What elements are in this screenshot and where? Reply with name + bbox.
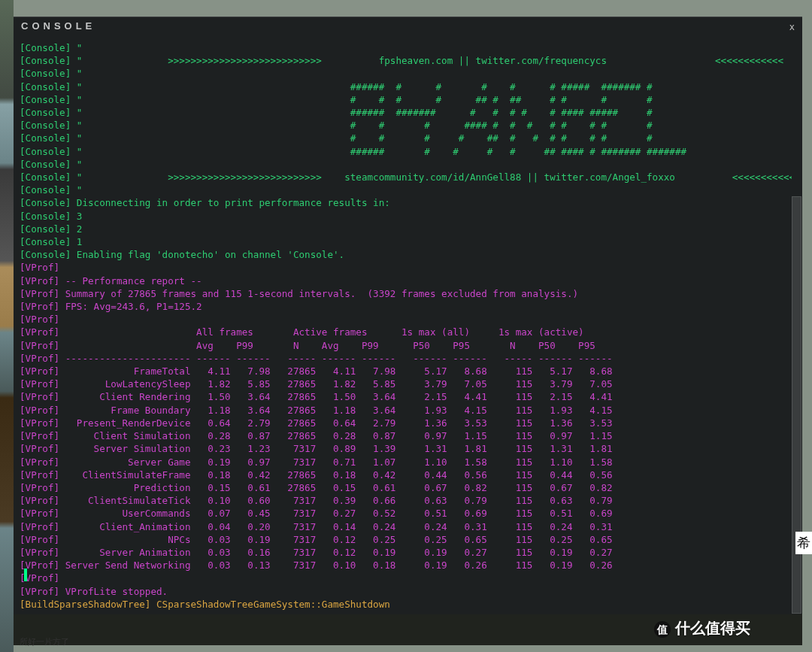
console-line: [VProf] LowLatencySleep 1.82 5.85 27865 …	[20, 378, 802, 390]
console-line: [VProf]	[20, 313, 802, 326]
console-line: [VProf] Server Send Networking 0.03 0.13…	[20, 559, 802, 572]
console-line: [Console] " # # # # ## # # # # # # # "	[20, 132, 802, 144]
console-line: [Console] " "	[20, 158, 802, 171]
console-line: [Console] Enabling flag 'donotecho' on c…	[20, 248, 802, 261]
console-line: [VProf] NPCs 0.03 0.19 7317 0.12 0.25 0.…	[20, 533, 802, 546]
console-line: [Console] " ###### ####### # # # # # ###…	[20, 106, 802, 119]
console-line: [BuildSparseShadowTree] CSparseShadowTre…	[20, 598, 802, 611]
scrollbar-track[interactable]	[792, 38, 801, 613]
console-window: CONSOLE x [Console] " "[Console] "	[14, 17, 802, 614]
console-line: [Console] " >>>>>>>>>>>>>>>>>>>>>>>>>>> …	[20, 171, 802, 183]
console-line: [VProf] Server Game 0.19 0.97 7317 0.71 …	[20, 456, 802, 469]
ime-candidate[interactable]: 希	[795, 532, 812, 554]
highlight-marker	[24, 569, 27, 581]
close-button[interactable]: x	[789, 22, 795, 32]
console-line: [VProf] UserCommands 0.07 0.45 7317 0.27…	[20, 507, 802, 520]
console-line: [VProf]	[20, 261, 802, 274]
console-line: [Console] Disconnecting in order to prin…	[20, 196, 802, 209]
console-line: [VProf] Server Simulation 0.23 1.23 7317…	[20, 442, 802, 455]
console-line: [Console] 3	[20, 210, 802, 223]
console-line: [VProf] Client_Animation 0.04 0.20 7317 …	[20, 520, 802, 533]
game-background-strip	[0, 0, 14, 652]
console-line: [VProf] ClientSimulateTick 0.10 0.60 731…	[20, 494, 802, 507]
console-line: [Console] " >>>>>>>>>>>>>>>>>>>>>>>>>>> …	[20, 54, 802, 67]
console-line: [Console] 1	[20, 235, 802, 248]
titlebar[interactable]: CONSOLE	[14, 17, 802, 41]
console-line: [VProf] Frame Boundary 1.18 3.64 27865 1…	[20, 404, 802, 417]
background-caption: 所好一片方了	[20, 636, 69, 647]
console-body: [Console] " "[Console] " >>>>>>>>>>>>>	[14, 41, 802, 617]
title-text: CONSOLE	[21, 20, 95, 32]
console-line: [VProf] Client Simulation 0.28 0.87 2786…	[20, 429, 802, 442]
console-line: [VProf] Avg P99 N Avg P99 P50 P95 N P50 …	[20, 339, 802, 352]
console-line: [VProf] VProfLite stopped.	[20, 585, 802, 598]
console-line: [VProf] ---------------------- ------ --…	[20, 352, 802, 365]
console-line: [VProf] ClientSimulateFrame 0.18 0.42 27…	[20, 469, 802, 481]
console-line: [VProf] Client Rendering 1.50 3.64 27865…	[20, 390, 802, 403]
watermark-text: 什么值得买	[675, 618, 750, 638]
console-line: [VProf] All frames Active frames 1s max …	[20, 326, 802, 338]
console-line: [VProf]	[20, 572, 802, 584]
console-line: [VProf] Prediction 0.15 0.61 27865 0.15 …	[20, 481, 802, 494]
console-line: [Console] " "	[20, 183, 802, 196]
console-line: [Console] " "	[20, 67, 802, 80]
console-line: [VProf] -- Performance report --	[20, 274, 802, 287]
console-line: [VProf] FPS: Avg=243.6, P1=125.2	[20, 300, 802, 313]
watermark-badge: 值	[654, 621, 671, 638]
console-line: [VProf] FrameTotal 4.11 7.98 27865 4.11 …	[20, 365, 802, 378]
console-line: [VProf] Present_RenderDevice 0.64 2.79 2…	[20, 417, 802, 429]
console-line: [VProf] Server Animation 0.03 0.16 7317 …	[20, 546, 802, 559]
console-line: [Console] " # # # #### # # # # # # # # "	[20, 119, 802, 132]
console-line: [Console] " "	[20, 41, 802, 54]
console-line: [VProf] Summary of 27865 frames and 115 …	[20, 287, 802, 300]
console-scroll-area[interactable]: [Console] " "[Console] " >>>>>>>>>>>>>	[20, 41, 802, 617]
console-line: [Console] " ###### # # # # # ##### #####…	[20, 80, 802, 93]
console-line: [Console] " ###### # # # # ## #### # ###…	[20, 145, 802, 158]
console-line: [Console] " # # # # ## # ## # # # # "	[20, 93, 802, 106]
console-line: [Console] 2	[20, 223, 802, 235]
